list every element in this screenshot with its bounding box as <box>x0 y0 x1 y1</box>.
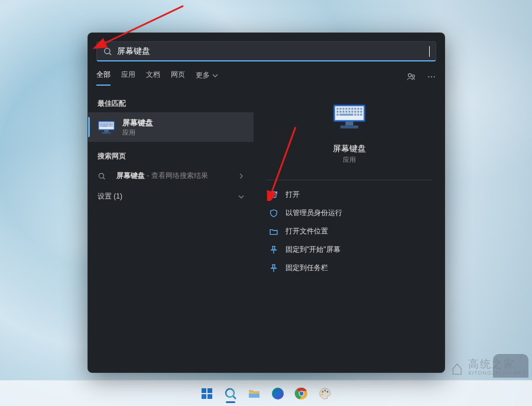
tab-documents[interactable]: 文档 <box>146 67 160 86</box>
svg-rect-46 <box>360 108 362 109</box>
taskbar-explorer-button[interactable] <box>244 383 265 404</box>
svg-rect-66 <box>202 388 206 393</box>
chrome-icon <box>294 386 309 401</box>
tab-all[interactable]: 全部 <box>96 67 111 86</box>
svg-rect-62 <box>340 125 358 128</box>
action-pin-taskbar[interactable]: 固定到任务栏 <box>265 259 433 277</box>
svg-rect-42 <box>348 108 350 109</box>
svg-rect-54 <box>357 111 359 112</box>
svg-rect-14 <box>107 123 108 124</box>
chevron-right-icon <box>238 173 244 179</box>
keyboard-app-icon-large <box>332 102 367 138</box>
svg-point-5 <box>431 76 432 77</box>
svg-rect-24 <box>109 124 110 125</box>
svg-rect-16 <box>110 123 111 124</box>
web-result-suffix: - 查看网络搜索结果 <box>145 171 208 180</box>
web-result-term: 屏幕键盘 <box>116 171 145 180</box>
divider <box>265 180 433 180</box>
app-preview-name: 屏幕键盘 <box>333 144 366 154</box>
svg-point-3 <box>412 74 414 77</box>
best-match-label: 最佳匹配 <box>88 95 254 112</box>
svg-rect-58 <box>354 113 356 115</box>
svg-point-76 <box>300 391 304 395</box>
keyboard-app-icon <box>96 117 116 137</box>
svg-rect-43 <box>351 108 353 109</box>
action-pin-taskbar-label: 固定到任务栏 <box>286 263 328 273</box>
svg-rect-25 <box>110 124 111 125</box>
app-preview-type: 应用 <box>343 155 356 164</box>
taskbar-paint-button[interactable] <box>314 383 336 404</box>
search-input[interactable] <box>117 47 430 56</box>
svg-rect-63 <box>271 191 276 197</box>
result-subtitle: 应用 <box>122 128 153 137</box>
chevron-down-icon <box>212 73 218 79</box>
settings-section-label: 设置 (1) <box>98 191 122 202</box>
action-open-label: 打开 <box>286 190 300 200</box>
filter-tabs: 全部 应用 文档 网页 更多 <box>96 67 218 86</box>
action-pin-start[interactable]: 固定到"开始"屏幕 <box>265 241 433 258</box>
search-icon <box>98 172 106 180</box>
svg-point-78 <box>325 389 326 391</box>
edge-icon <box>271 386 285 401</box>
tab-more-label: 更多 <box>196 70 210 80</box>
tab-web[interactable]: 网页 <box>171 67 185 86</box>
action-open-location[interactable]: 打开文件位置 <box>265 223 433 240</box>
svg-rect-68 <box>202 394 206 399</box>
header-actions <box>407 72 436 82</box>
settings-label-text: 设置 <box>98 192 112 200</box>
search-flyout: 全部 应用 文档 网页 更多 最佳匹配 <box>87 33 445 373</box>
svg-rect-61 <box>345 122 353 126</box>
account-icon[interactable] <box>407 72 416 82</box>
search-box[interactable] <box>96 41 436 61</box>
svg-rect-22 <box>106 124 107 125</box>
tab-more[interactable]: 更多 <box>196 67 218 86</box>
tab-apps[interactable]: 应用 <box>121 67 135 86</box>
results-body: 最佳匹配 屏幕键盘 <box>88 89 445 372</box>
svg-rect-30 <box>110 126 111 127</box>
settings-section-toggle[interactable]: 设置 (1) <box>88 187 254 206</box>
action-run-admin[interactable]: 以管理员身份运行 <box>265 204 433 222</box>
svg-rect-52 <box>351 111 353 112</box>
action-pin-start-label: 固定到"开始"屏幕 <box>286 245 340 255</box>
taskbar-edge-button[interactable] <box>267 383 288 404</box>
svg-rect-26 <box>112 124 113 125</box>
svg-rect-23 <box>107 124 108 125</box>
svg-rect-59 <box>357 113 359 115</box>
more-icon[interactable] <box>427 72 436 82</box>
watermark-en: XITONGZHIJIA.NET <box>468 371 526 376</box>
open-icon <box>269 190 278 200</box>
svg-point-6 <box>434 76 435 77</box>
svg-rect-11 <box>103 123 104 124</box>
svg-rect-31 <box>112 126 113 127</box>
svg-rect-17 <box>112 123 113 124</box>
svg-rect-18 <box>100 124 101 125</box>
taskbar-start-button[interactable] <box>196 383 218 404</box>
svg-rect-33 <box>102 132 111 134</box>
result-text-group: 屏幕键盘 应用 <box>122 118 153 137</box>
svg-rect-47 <box>336 111 338 112</box>
svg-rect-51 <box>348 111 350 112</box>
web-search-result[interactable]: 屏幕键盘 - 查看网络搜索结果 <box>88 165 254 187</box>
taskbar <box>0 380 532 406</box>
svg-point-70 <box>226 389 234 397</box>
svg-line-35 <box>103 177 105 179</box>
pin-icon <box>269 264 278 273</box>
svg-rect-20 <box>103 124 104 125</box>
web-result-text: 屏幕键盘 - 查看网络搜索结果 <box>116 171 208 181</box>
results-left-pane: 最佳匹配 屏幕键盘 <box>88 89 254 372</box>
app-preview: 屏幕键盘 应用 <box>265 96 433 174</box>
result-title: 屏幕键盘 <box>122 118 153 128</box>
best-match-result[interactable]: 屏幕键盘 应用 <box>88 112 254 142</box>
svg-rect-38 <box>336 108 338 109</box>
action-open[interactable]: 打开 <box>265 186 433 203</box>
action-run-admin-label: 以管理员身份运行 <box>286 208 342 218</box>
svg-rect-12 <box>104 123 105 124</box>
taskbar-chrome-button[interactable] <box>291 383 312 404</box>
house-icon: ⌂ <box>451 358 463 378</box>
svg-rect-13 <box>106 123 107 124</box>
svg-rect-27 <box>100 126 101 127</box>
svg-rect-53 <box>354 111 356 112</box>
taskbar-search-button[interactable] <box>220 383 241 404</box>
text-caret <box>429 46 430 57</box>
search-icon <box>223 386 238 401</box>
